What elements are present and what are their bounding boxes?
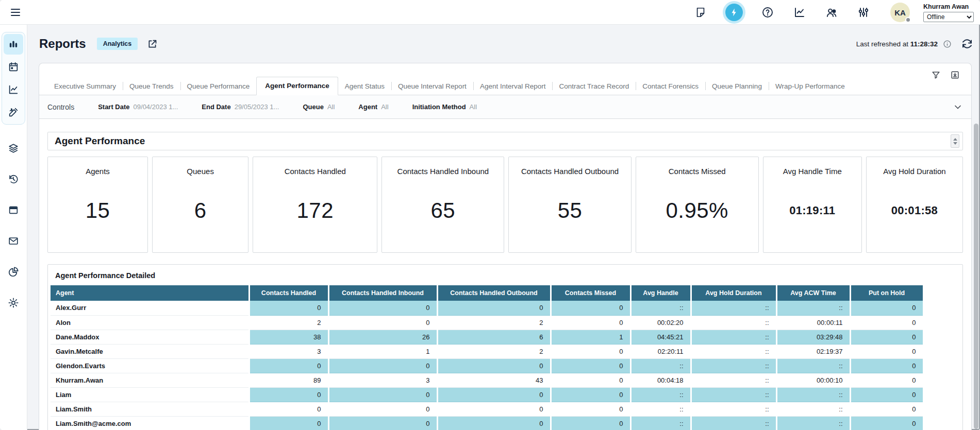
- value-cell: 0: [437, 301, 551, 315]
- tab-queue-trends[interactable]: Queue Trends: [123, 78, 180, 95]
- sidebar-item-pie-reports[interactable]: [4, 263, 23, 281]
- value-cell: 0: [551, 416, 630, 430]
- table-row-liam-smith-acme-com[interactable]: Liam.Smith@acme.com0000::::::0: [51, 416, 923, 430]
- kpi-card-queues: Queues6: [152, 157, 248, 253]
- filter-button[interactable]: [931, 70, 941, 80]
- hamburger-menu-button[interactable]: [7, 4, 24, 21]
- download-button[interactable]: [950, 70, 960, 80]
- control-filter-queue[interactable]: QueueAll: [303, 103, 335, 111]
- help-button[interactable]: [758, 3, 777, 22]
- section-spinner-control[interactable]: [951, 134, 959, 148]
- table-header-row: AgentContacts HandledContacts Handled In…: [51, 285, 923, 301]
- sidebar-analytics-group: [2, 32, 25, 125]
- controls-collapse-button[interactable]: [953, 102, 963, 112]
- sidebar-item-settings[interactable]: [4, 294, 23, 312]
- sidebar-item-email[interactable]: [4, 232, 23, 250]
- sidebar-item-flows[interactable]: [4, 102, 23, 123]
- agent-status-select[interactable]: Offline: [923, 12, 974, 22]
- value-cell: 0: [551, 315, 630, 330]
- sidebar-item-layers[interactable]: [4, 139, 23, 158]
- agent-name-cell: Alon: [51, 315, 249, 330]
- info-icon[interactable]: [943, 40, 952, 48]
- users-button[interactable]: [822, 3, 841, 22]
- table-row-alon[interactable]: Alon202000:02:20::00:00:110: [51, 315, 923, 330]
- table-row-dane-maddox[interactable]: Dane.Maddox38266104:45:21::03:29:480: [51, 330, 923, 344]
- spinner-up-icon[interactable]: [953, 138, 957, 141]
- sidebar-item-reports[interactable]: [4, 34, 23, 55]
- kpi-row: Agents15Queues6Contacts Handled172Contac…: [47, 157, 963, 253]
- column-header-avg-handle[interactable]: Avg Handle: [630, 285, 691, 301]
- kpi-value-wrap: 172: [296, 176, 334, 252]
- table-row-liam-smith[interactable]: Liam.Smith0000::::::0: [51, 402, 923, 416]
- value-cell: 0: [249, 301, 328, 315]
- control-filter-agent[interactable]: AgentAll: [358, 103, 388, 111]
- metrics-button[interactable]: [790, 3, 809, 22]
- kpi-value-wrap: 55: [558, 176, 583, 252]
- tab-agent-status[interactable]: Agent Status: [338, 78, 391, 95]
- agent-performance-table: AgentContacts HandledContacts Handled In…: [51, 285, 924, 430]
- tab-queue-planning[interactable]: Queue Planning: [705, 78, 769, 95]
- table-row-glendon-evarts[interactable]: Glendon.Evarts0000::::::0: [51, 358, 923, 373]
- spinner-down-icon[interactable]: [953, 142, 957, 145]
- column-header-avg-hold-duration[interactable]: Avg Hold Duration: [691, 285, 776, 301]
- filter-value: 09/04/2023 1...: [134, 103, 178, 111]
- refresh-button[interactable]: [961, 38, 973, 50]
- kpi-card-contacts-missed: Contacts Missed0.95%: [636, 157, 759, 253]
- tab-executive-summary[interactable]: Executive Summary: [47, 78, 123, 95]
- value-cell: 0: [850, 373, 923, 387]
- section-title: Agent Performance: [55, 135, 145, 147]
- tab-queue-performance[interactable]: Queue Performance: [180, 78, 257, 95]
- column-header-agent[interactable]: Agent: [51, 285, 249, 301]
- kpi-label: Contacts Handled: [280, 167, 350, 176]
- sidebar-item-calendar[interactable]: [4, 57, 23, 77]
- value-cell: 00:00:11: [776, 315, 850, 330]
- tab-contract-trace-record[interactable]: Contract Trace Record: [552, 78, 636, 95]
- agent-name-cell: Glendon.Evarts: [51, 358, 249, 373]
- tab-agent-performance[interactable]: Agent Performance: [256, 77, 338, 95]
- control-filter-end-date[interactable]: End Date29/05/2023 1...: [202, 103, 279, 111]
- kpi-value-wrap: 01:19:11: [789, 176, 835, 252]
- sidebar-item-metrics[interactable]: [4, 79, 23, 100]
- open-in-new-button[interactable]: [147, 39, 158, 49]
- sidebar-item-history[interactable]: [4, 170, 23, 188]
- column-header-avg-acw-time[interactable]: Avg ACW Time: [776, 285, 850, 301]
- table-row-gavin-metcalfe[interactable]: Gavin.Metcalfe312002:20:11::02:19:370: [51, 344, 923, 358]
- column-header-contacts-missed[interactable]: Contacts Missed: [551, 285, 630, 301]
- column-header-contacts-handled[interactable]: Contacts Handled: [249, 285, 328, 301]
- analytics-badge: Analytics: [97, 38, 138, 50]
- table-row-liam[interactable]: Liam0000::::::0: [51, 387, 923, 402]
- layers-icon: [8, 143, 19, 154]
- tab-queue-interval-report[interactable]: Queue Interval Report: [391, 78, 473, 95]
- tab-agent-interval-report[interactable]: Agent Interval Report: [473, 78, 553, 95]
- tab-wrap-up-performance[interactable]: Wrap-Up Performance: [769, 78, 852, 95]
- agent-name-cell: Gavin.Metcalfe: [51, 344, 249, 358]
- table-row-khurram-awan[interactable]: Khurram.Awan89343000:04:18::00:00:100: [51, 373, 923, 387]
- chevron-down-icon: [953, 102, 963, 112]
- value-cell: 38: [249, 330, 328, 344]
- quick-actions-button[interactable]: [725, 4, 743, 21]
- table-row-alex-gurr[interactable]: Alex.Gurr0000::::::0: [51, 301, 923, 315]
- sidebar-item-browser[interactable]: [4, 201, 23, 219]
- tab-contact-forensics[interactable]: Contact Forensics: [636, 78, 705, 95]
- value-cell: 0: [437, 402, 551, 416]
- column-header-contacts-handled-outbound[interactable]: Contacts Handled Outbound: [437, 285, 551, 301]
- avatar[interactable]: KA: [890, 3, 910, 22]
- value-cell: 0: [551, 301, 630, 315]
- controls-bar[interactable]: Controls Start Date09/04/2023 1...End Da…: [39, 95, 971, 119]
- scrollbar-thumb[interactable]: [974, 124, 978, 429]
- calendar-icon: [8, 61, 19, 73]
- controls-filters: Start Date09/04/2023 1...End Date29/05/2…: [98, 103, 477, 111]
- notes-button[interactable]: [691, 3, 710, 22]
- control-filter-start-date[interactable]: Start Date09/04/2023 1...: [98, 103, 178, 111]
- vertical-scrollbar[interactable]: [974, 124, 978, 429]
- agent-name-cell: Khurram.Awan: [51, 373, 249, 387]
- kpi-value: 65: [431, 198, 456, 223]
- kpi-value: 15: [86, 198, 110, 223]
- sidebar-lower-group: [4, 139, 23, 312]
- settings-sliders-button[interactable]: [854, 3, 873, 22]
- column-header-contacts-handled-inbound[interactable]: Contacts Handled Inbound: [328, 285, 437, 301]
- control-filter-initiation-method[interactable]: Initiation MethodAll: [412, 103, 477, 111]
- column-header-put-on-hold[interactable]: Put on Hold: [850, 285, 923, 301]
- value-cell: ::: [776, 301, 850, 315]
- kpi-value-wrap: 6: [194, 176, 207, 252]
